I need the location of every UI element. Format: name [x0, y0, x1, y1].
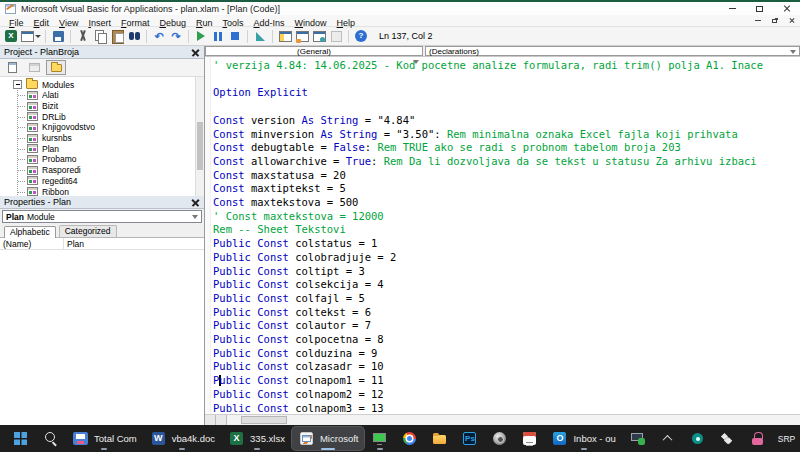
- folder-icon: [26, 80, 38, 89]
- view-object-button[interactable]: [24, 60, 44, 75]
- taskbar-folder-button[interactable]: [425, 427, 454, 450]
- code-line: Public Const colpocetna = 8: [213, 333, 800, 347]
- tree-node-modules[interactable]: Modules: [0, 79, 204, 90]
- horizontal-scrollbar[interactable]: [205, 414, 800, 425]
- toggle-folders-button[interactable]: [46, 60, 66, 75]
- lock-icon: [749, 430, 766, 447]
- menu-window[interactable]: Window: [290, 18, 332, 29]
- module-item-rasporedi[interactable]: Rasporedi: [18, 165, 204, 176]
- save-icon[interactable]: [50, 28, 66, 44]
- menu-run[interactable]: Run: [191, 18, 218, 29]
- object-browser-icon[interactable]: [311, 28, 327, 44]
- tab-alphabetic[interactable]: Alphabetic: [4, 226, 56, 238]
- properties-panel-header[interactable]: Properties - Plan: [0, 196, 204, 209]
- design-mode-icon[interactable]: [252, 28, 268, 44]
- scrollbar-track[interactable]: [227, 415, 800, 425]
- child-minimize-button[interactable]: [749, 15, 766, 26]
- taskbar-screen-button[interactable]: [365, 427, 394, 450]
- project-tree-scrollbar[interactable]: [195, 77, 204, 196]
- redo-icon[interactable]: [168, 28, 184, 44]
- cut-icon[interactable]: [75, 28, 91, 44]
- project-close-icon[interactable]: [190, 47, 201, 58]
- copy-icon[interactable]: [92, 28, 108, 44]
- module-item-alati[interactable]: Alati: [18, 90, 204, 101]
- menu-add-ins[interactable]: Add-Ins: [249, 18, 290, 29]
- taskbar-search-button[interactable]: [36, 427, 65, 450]
- break-icon[interactable]: [210, 28, 226, 44]
- view-code-button[interactable]: [2, 60, 22, 75]
- module-item-knjigovodstvo[interactable]: Knjigovodstvo: [18, 122, 204, 133]
- run-icon[interactable]: [193, 28, 209, 44]
- menu-tools[interactable]: Tools: [218, 18, 249, 29]
- taskbar-chevron-button[interactable]: [653, 427, 682, 450]
- taskbar-lens-button[interactable]: [485, 427, 514, 450]
- tab-categorized[interactable]: Categorized: [59, 225, 117, 237]
- scrollbar-thumb[interactable]: [197, 122, 203, 170]
- properties-window-icon[interactable]: [294, 28, 310, 44]
- module-item-regedit64[interactable]: regedit64: [18, 176, 204, 187]
- property-value[interactable]: Plan: [64, 239, 84, 249]
- taskbar-label: Total Com: [94, 433, 137, 444]
- taskbar-chrome-button[interactable]: [395, 427, 424, 450]
- taskbar-label: vba4k.doc: [172, 433, 215, 444]
- menu-help[interactable]: Help: [332, 18, 361, 29]
- taskbar-inbox-ou-button[interactable]: Inbox - ou: [545, 427, 621, 450]
- taskbar-ps-button[interactable]: [455, 427, 484, 450]
- help-icon[interactable]: [353, 28, 369, 44]
- split-handle[interactable]: [205, 415, 216, 425]
- taskbar-total-com-button[interactable]: Total Com: [66, 427, 143, 450]
- search-icon: [42, 430, 59, 447]
- procedure-dropdown[interactable]: (Declarations): [425, 46, 800, 56]
- taskbar-tealapp-button[interactable]: [683, 427, 712, 450]
- properties-close-icon[interactable]: [190, 197, 201, 208]
- module-item-ribbon[interactable]: Ribbon: [18, 186, 204, 196]
- properties-tabs: Alphabetic Categorized: [0, 224, 204, 238]
- view-excel-icon[interactable]: [3, 28, 19, 44]
- collapse-icon[interactable]: [13, 80, 22, 89]
- find-icon[interactable]: [126, 28, 142, 44]
- minimize-button[interactable]: [719, 2, 746, 15]
- taskbar-vba4k-doc-button[interactable]: vba4k.doc: [144, 427, 221, 450]
- toolbox-icon[interactable]: [328, 28, 344, 44]
- object-dropdown[interactable]: (General): [205, 46, 423, 56]
- code-editor[interactable]: ' verzija 4.84: 14.06.2025 - Kod pocetne…: [205, 57, 800, 414]
- taskbar-microsoft-button[interactable]: Microsoft: [292, 427, 365, 450]
- property-row[interactable]: (Name) Plan: [0, 238, 204, 250]
- menu-format[interactable]: Format: [116, 18, 155, 29]
- child-restore-button[interactable]: [766, 15, 783, 26]
- split-handle[interactable]: [216, 415, 227, 425]
- reset-icon[interactable]: [227, 28, 243, 44]
- object-selector-dropdown[interactable]: Plan Module: [2, 210, 202, 223]
- module-item-probamo[interactable]: Probamo: [18, 154, 204, 165]
- project-tree[interactable]: Modules Alati Bizit: [0, 77, 204, 196]
- paste-icon[interactable]: [109, 28, 125, 44]
- menu-view[interactable]: View: [54, 18, 83, 29]
- child-close-button[interactable]: [783, 15, 800, 26]
- scrollbar-thumb[interactable]: [241, 416, 287, 424]
- module-item-plan[interactable]: Plan: [18, 143, 204, 154]
- module-item-bizit[interactable]: Bizit: [18, 101, 204, 112]
- menu-edit[interactable]: Edit: [29, 18, 55, 29]
- close-button[interactable]: [773, 2, 800, 15]
- maximize-button[interactable]: [746, 2, 773, 15]
- project-explorer-icon[interactable]: [277, 28, 293, 44]
- taskbar-lock-button[interactable]: [743, 427, 772, 450]
- taskbar-netpc-button[interactable]: [623, 427, 652, 450]
- project-panel-header[interactable]: Project - PlanBroja: [0, 46, 204, 59]
- taskbar-calendar-button[interactable]: [515, 427, 544, 450]
- menu-file[interactable]: File: [4, 18, 29, 29]
- menu-debug[interactable]: Debug: [154, 18, 191, 29]
- insert-userform-icon[interactable]: [20, 28, 41, 44]
- module-item-kursnbs[interactable]: kursnbs: [18, 133, 204, 144]
- undo-icon[interactable]: [151, 28, 167, 44]
- child-window-controls: [749, 15, 800, 26]
- module-item-drlib[interactable]: DRLib: [18, 111, 204, 122]
- taskbar-start-button[interactable]: [6, 427, 35, 450]
- code-line: Public Const colfajl = 5: [213, 292, 800, 306]
- taskbar-335-xlsx-button[interactable]: 335.xlsx: [222, 427, 291, 450]
- toolbar-separator: [348, 30, 349, 43]
- code-text[interactable]: ' verzija 4.84: 14.06.2025 - Kod pocetne…: [211, 57, 800, 414]
- taskbar-dropbox-button[interactable]: [713, 427, 742, 450]
- menu-insert[interactable]: Insert: [83, 18, 116, 29]
- language-indicator[interactable]: SRP: [773, 434, 800, 444]
